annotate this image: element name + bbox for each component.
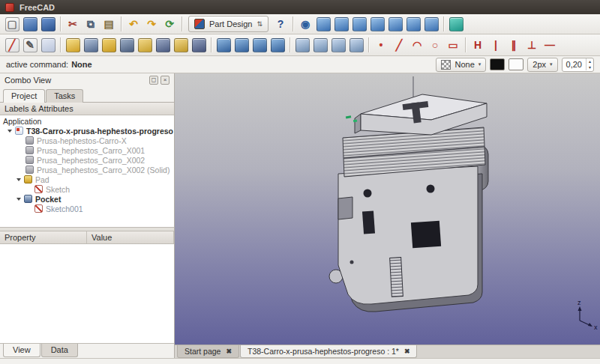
tree-item-part[interactable]: Prusa_hephestos_Carro_X001 [0, 145, 174, 155]
tab-tasks[interactable]: Tasks [46, 89, 83, 103]
constraint-horizontal-button[interactable]: H [469, 36, 487, 54]
additive-pipe-button[interactable] [172, 36, 190, 54]
linear-pattern-button[interactable] [311, 36, 329, 54]
view-rear-button[interactable] [386, 15, 404, 33]
value-column-header[interactable]: Value [87, 231, 174, 243]
float-panel-icon[interactable]: ◻ [149, 76, 158, 85]
redo-button[interactable]: ↷ [142, 15, 160, 33]
3d-viewport[interactable]: x z [175, 73, 600, 345]
tab-data[interactable]: Data [41, 344, 78, 357]
fillet-button[interactable] [214, 36, 232, 54]
pad-icon [24, 175, 32, 183]
line-color-swatch[interactable] [490, 58, 505, 70]
create-sketch-icon: ╱ [5, 38, 20, 52]
open-document-button[interactable] [21, 15, 39, 33]
tab-project[interactable]: Project [3, 89, 45, 103]
tree-item-document[interactable]: T38-Carro-x-prusa-hephestos-progreso [0, 126, 174, 136]
constraint-perpendicular-button[interactable]: ⊥ [523, 36, 541, 54]
multi-transform-icon [350, 38, 364, 52]
view-bottom-button[interactable] [404, 15, 422, 33]
combo-view-titlebar: Combo View ◻ × [0, 73, 174, 87]
chamfer-icon [235, 38, 249, 52]
revolution-button[interactable] [100, 36, 118, 54]
tree-item-pocket[interactable]: Pocket [0, 194, 174, 204]
axis-z-label: z [578, 299, 581, 306]
spin-up-icon[interactable]: ▴ [586, 58, 593, 64]
status-bar [0, 358, 600, 364]
undo-button[interactable]: ↶ [124, 15, 142, 33]
close-panel-icon[interactable]: × [160, 76, 170, 85]
tab-view[interactable]: View [3, 344, 40, 357]
expand-arrow-icon[interactable] [16, 178, 21, 181]
constraint-vertical-button[interactable]: | [487, 36, 505, 54]
combo-view-title: Combo View [4, 76, 51, 85]
view-isometric-button[interactable] [314, 15, 332, 33]
tab-start-page[interactable]: Start page ✖ [177, 345, 239, 358]
save-document-button[interactable] [39, 15, 57, 33]
mirrored-button[interactable] [293, 36, 311, 54]
spinner-arrows[interactable]: ▴ ▾ [586, 58, 593, 70]
sketch-line-button[interactable]: ╱ [390, 36, 408, 54]
constraint-distance-button[interactable]: — [541, 36, 559, 54]
cut-button[interactable]: ✂ [64, 15, 82, 33]
view-front-icon [334, 17, 349, 31]
edit-sketch-button[interactable]: ✎ [21, 36, 39, 54]
property-view-tabs: View Data [0, 344, 174, 358]
sketch-arc-button[interactable]: ◠ [408, 36, 426, 54]
sketch-point-button[interactable]: • [372, 36, 390, 54]
face-color-swatch[interactable] [508, 58, 524, 70]
view-right-button[interactable] [368, 15, 386, 33]
pad-button[interactable] [64, 36, 82, 54]
point-size-spinbox[interactable]: 0,20 ▴ ▾ [562, 58, 594, 72]
close-tab-icon[interactable]: ✖ [404, 348, 410, 355]
close-tab-icon[interactable]: ✖ [226, 348, 232, 355]
tree-item-application[interactable]: Application [0, 116, 174, 126]
sketch-rectangle-button[interactable]: ▭ [444, 36, 462, 54]
pattern-select[interactable]: None ▾ [436, 58, 486, 72]
view-top-button[interactable] [350, 15, 368, 33]
polar-pattern-button[interactable] [329, 36, 347, 54]
tree-item-part[interactable]: Prusa_hephestos_Carro_X002 (Solid) [0, 165, 174, 175]
whats-this-button[interactable]: ? [272, 15, 290, 33]
expand-arrow-icon[interactable] [16, 198, 21, 201]
zoom-fit-all-button[interactable]: ◉ [296, 15, 314, 33]
property-column-header[interactable]: Property [0, 231, 87, 243]
pocket-button[interactable] [82, 36, 100, 54]
view-left-button[interactable] [422, 15, 440, 33]
sketch-circle-button[interactable]: ○ [426, 36, 444, 54]
tree-item-part[interactable]: Prusa_hephestos_Carro_X002 [0, 155, 174, 165]
expand-arrow-icon[interactable] [8, 130, 12, 133]
refresh-button[interactable]: ⟳ [160, 15, 178, 33]
chamfer-button[interactable] [232, 36, 250, 54]
thickness-button[interactable] [268, 36, 286, 54]
additive-loft-button[interactable] [136, 36, 154, 54]
subtractive-loft-button[interactable] [154, 36, 172, 54]
workbench-selector[interactable]: Part Design⇅ [188, 16, 268, 32]
tree-item-sketch[interactable]: Sketch [0, 184, 174, 194]
copy-button[interactable]: ⧉ [82, 15, 100, 33]
create-sketch-button[interactable]: ╱ [3, 36, 21, 54]
subtractive-pipe-button[interactable] [190, 36, 208, 54]
map-sketch-button[interactable] [39, 36, 57, 54]
spin-down-icon[interactable]: ▾ [586, 64, 593, 70]
line-width-select[interactable]: 2px ▾ [527, 58, 557, 72]
tree-item-part[interactable]: Prusa-hephestos-Carro-X [0, 136, 174, 145]
groove-button[interactable] [118, 36, 136, 54]
multi-transform-button[interactable] [347, 36, 365, 54]
view-front-button[interactable] [332, 15, 350, 33]
tree-item-pad[interactable]: Pad [0, 175, 174, 184]
tree-item-sketch001[interactable]: Sketch001 [0, 204, 174, 213]
edge-notch [338, 197, 352, 219]
new-body-button[interactable] [447, 15, 465, 33]
combo-view-tabs: Project Tasks [0, 87, 174, 103]
draft-button[interactable] [250, 36, 268, 54]
new-document-button[interactable]: ▢ [3, 15, 21, 33]
paste-button[interactable]: ▤ [100, 15, 118, 33]
mirrored-icon [296, 38, 310, 52]
tab-document[interactable]: T38-Carro-x-prusa-hephestos-progreso : 1… [240, 345, 417, 358]
command-bar: active command: None None ▾ 2px ▾ 0,20 ▴… [0, 56, 600, 73]
constraint-horizontal-icon: H [471, 38, 485, 52]
constraint-parallel-button[interactable]: ∥ [505, 36, 523, 54]
vertical-slot [390, 258, 404, 297]
active-command-value: None [71, 60, 92, 69]
